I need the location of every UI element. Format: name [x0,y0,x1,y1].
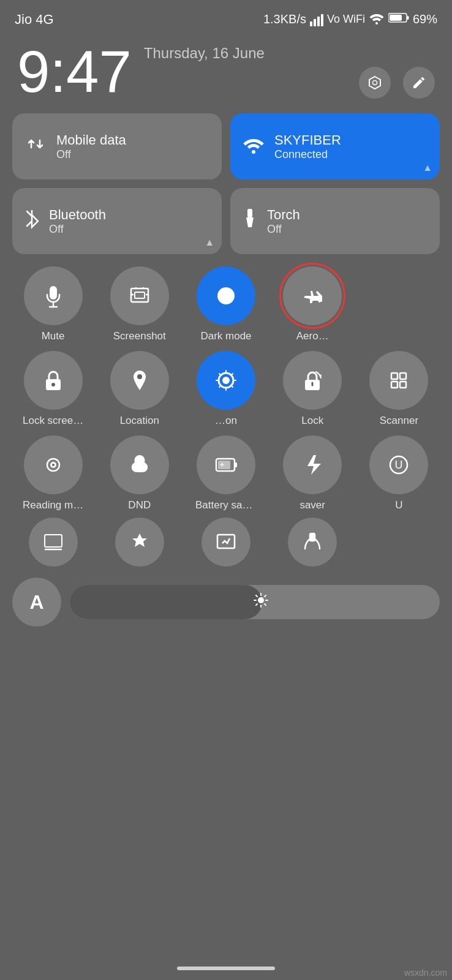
scanner-label: Scanner [380,415,418,427]
bluetooth-arrow: ▲ [205,237,214,248]
darkmode-toggle[interactable]: Dark mode [185,266,266,342]
airplane-toggle[interactable]: Aero… [272,266,353,342]
wifi-status-icon [369,11,385,28]
mute-circle [24,266,83,325]
torch-icon [241,208,258,235]
svg-rect-19 [391,373,397,379]
svg-rect-6 [247,209,252,217]
location-circle [110,351,169,410]
u-toggle[interactable]: U U [358,435,440,511]
powersaver-toggle[interactable]: saver [272,435,353,511]
status-bar: Jio 4G 1.3KB/s Vo WiFi 69% [0,0,452,32]
location-label: Location [120,415,159,427]
lock-toggle[interactable]: Lock [272,351,353,427]
settings-icon-btn[interactable] [359,67,391,99]
bottom-toggle-3[interactable] [185,518,266,567]
bottom-toggle-1[interactable] [12,518,94,567]
u-label: U [395,499,402,511]
clock-area: 9:47 Thursday, 16 June [0,32,452,107]
tiles-row-2: Bluetooth Off ▲ Torch Off [12,188,440,254]
airplane-label: Aero… [296,330,329,342]
torch-tile[interactable]: Torch Off [230,188,440,254]
svg-line-44 [256,604,257,605]
powersaver-label: saver [299,499,325,511]
lockscreen-circle [24,351,83,410]
bottom-circle-1 [29,518,78,567]
screenshot-toggle[interactable]: Screenshot [99,266,180,342]
wifi-sub: Connected [274,148,341,161]
svg-text:+: + [220,461,224,469]
carrier-label: Jio 4G [15,12,54,28]
darkmode-label: Dark mode [200,330,251,342]
mobile-data-icon [24,133,47,160]
svg-text:U: U [395,459,403,471]
svg-line-42 [265,604,266,605]
reading-label: Reading m… [23,499,83,511]
font-size-button[interactable]: A [12,578,61,627]
torch-sub: Off [267,223,300,236]
scanner-circle [369,351,428,410]
bluetooth-title: Bluetooth [49,207,106,223]
svg-rect-32 [45,535,62,547]
brightness-row: A [0,567,452,633]
vowifi-label: Vo WiFi [327,13,365,26]
signal-icon [310,13,323,26]
reading-toggle[interactable]: Reading m… [12,435,94,511]
torch-text: Torch Off [267,207,300,236]
batterysaver-toggle[interactable]: + Battery sav… [185,435,266,511]
clock-time: 9:47 [17,42,132,101]
svg-point-12 [217,287,235,304]
brightness-fill [70,585,262,619]
brightness-sun-icon [253,592,269,612]
svg-rect-11 [135,292,145,298]
mute-label: Mute [42,330,65,342]
bottom-circle-4 [288,518,337,567]
darkmode-circle [197,266,255,325]
mute-toggle[interactable]: Mute [12,266,94,342]
status-right: 1.3KB/s Vo WiFi 69% [263,11,437,28]
wifi-tile[interactable]: SKYFIBER Connected ▲ [230,113,440,179]
bottom-toggle-2[interactable] [99,518,180,567]
svg-point-14 [51,383,55,386]
scanner-toggle[interactable]: Scanner [358,351,440,427]
svg-line-43 [265,595,266,597]
bottom-circle-3 [202,518,250,567]
screenshot-circle [110,266,169,325]
svg-line-41 [256,595,257,597]
dnd-label: DND [128,499,151,511]
location-toggle[interactable]: Location [99,351,180,427]
battery-label: 69% [413,12,437,26]
watermark: wsxdn.com [399,965,452,980]
wifi-tile-icon [243,134,265,159]
speed-label: 1.3KB/s [263,12,306,26]
svg-point-36 [258,597,264,603]
autorotate-label: …on [215,415,237,427]
bluetooth-tile[interactable]: Bluetooth Off ▲ [12,188,222,254]
font-a-label: A [29,591,43,614]
svg-rect-3 [390,15,402,21]
clock-right: Thursday, 16 June [144,45,435,99]
dnd-toggle[interactable]: DND [99,435,180,511]
lock-circle [283,351,342,410]
mobile-data-tile[interactable]: Mobile data Off [12,113,222,179]
brightness-slider[interactable] [70,585,440,619]
bottom-partial-row [0,518,452,567]
bluetooth-text: Bluetooth Off [49,207,106,236]
clock-date: Thursday, 16 June [144,45,435,62]
edit-icon-btn[interactable] [403,67,435,99]
bottom-toggle-4[interactable] [272,518,353,567]
reading-circle [24,435,83,494]
powersaver-circle [283,435,342,494]
batterysaver-circle: + [197,435,255,494]
lockscreen-toggle[interactable]: Lock scree… [12,351,94,427]
tiles-row-1: Mobile data Off SKYFIBER Connected ▲ [12,113,440,179]
autorotate-circle [197,351,255,410]
bluetooth-icon [23,208,40,235]
airplane-circle [283,266,342,325]
autorotate-toggle[interactable]: …on [185,351,266,427]
torch-title: Torch [267,207,300,223]
svg-rect-7 [247,218,253,220]
svg-point-17 [222,377,230,384]
wifi-arrow: ▲ [423,162,432,173]
svg-rect-35 [310,533,315,541]
